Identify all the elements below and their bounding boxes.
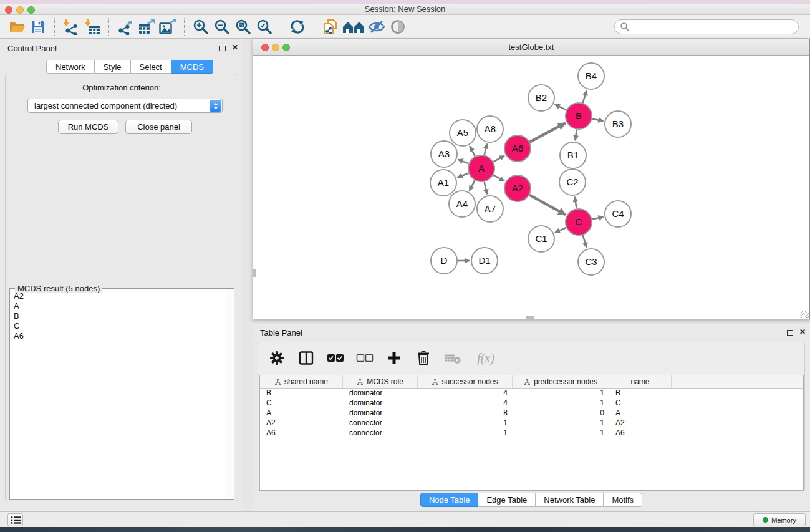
table-row[interactable]: A6connector11A6 — [260, 428, 803, 438]
network-node-B3[interactable] — [605, 111, 631, 137]
float-panel-icon[interactable] — [219, 46, 226, 51]
column-header-successor-nodes[interactable]: successor nodes — [418, 375, 513, 388]
deselect-all-button[interactable] — [356, 349, 374, 367]
table-cell[interactable]: 8 — [418, 409, 513, 418]
network-edge-B-B1[interactable] — [575, 130, 576, 140]
network-node-B1[interactable] — [560, 142, 586, 168]
mcds-result-item[interactable]: C — [10, 321, 226, 331]
network-node-A[interactable] — [468, 155, 494, 181]
column-header-name[interactable]: name — [609, 375, 672, 388]
save-session-button[interactable] — [27, 17, 49, 37]
zoom-in-button[interactable] — [190, 17, 211, 37]
zoom-out-button[interactable] — [211, 17, 233, 37]
import-table-button[interactable] — [82, 17, 103, 37]
tab-style[interactable]: Style — [95, 60, 131, 74]
table-row[interactable]: Adominator80A — [260, 409, 803, 418]
mcds-result-item[interactable]: B — [10, 311, 226, 321]
import-network-button[interactable] — [60, 17, 82, 37]
table-cell[interactable]: C — [260, 399, 343, 409]
table-cell[interactable]: connector — [343, 428, 418, 438]
table-cell[interactable]: dominator — [343, 389, 418, 399]
mcds-result-item[interactable]: A — [10, 301, 226, 311]
network-edge-A-A8[interactable] — [485, 143, 487, 155]
table-cell[interactable]: B — [609, 389, 672, 399]
tab-network[interactable]: Network — [46, 60, 95, 74]
memory-button[interactable]: Memory — [753, 513, 806, 526]
tab-network-table[interactable]: Network Table — [536, 493, 604, 507]
network-edge-B-B2[interactable] — [555, 104, 567, 110]
network-node-C4[interactable] — [605, 201, 631, 227]
table-cell[interactable]: B — [260, 389, 343, 399]
network-node-B4[interactable] — [578, 63, 604, 89]
table-cell[interactable]: connector — [343, 418, 418, 428]
zoom-selected-button[interactable] — [254, 17, 275, 37]
zoom-network-button[interactable] — [282, 44, 290, 51]
network-edge-A-A2[interactable] — [493, 175, 504, 181]
network-edge-C-C3[interactable] — [583, 235, 587, 248]
refresh-button[interactable] — [287, 17, 308, 37]
mcds-result-item[interactable]: A6 — [10, 331, 226, 341]
table-cell[interactable]: A2 — [609, 418, 672, 428]
table-cell[interactable]: 0 — [513, 409, 609, 418]
tab-motifs[interactable]: Motifs — [604, 493, 642, 507]
column-header-shared-name[interactable]: shared name — [260, 375, 343, 388]
column-header-MCDS-role[interactable]: MCDS role — [343, 375, 418, 388]
vertical-scrollbar-thumb[interactable] — [253, 269, 256, 277]
network-node-A5[interactable] — [450, 120, 476, 146]
criterion-select[interactable]: largest connected component (directed) — [27, 99, 223, 113]
search-input[interactable] — [614, 19, 799, 34]
table-cell[interactable]: 1 — [418, 428, 513, 438]
network-node-C[interactable] — [566, 209, 592, 235]
hide-panels-button[interactable] — [366, 17, 387, 37]
network-node-C2[interactable] — [559, 169, 586, 195]
network-node-A2[interactable] — [504, 175, 531, 201]
network-node-D1[interactable] — [471, 248, 498, 274]
show-panels-button[interactable] — [387, 17, 408, 37]
close-network-button[interactable] — [261, 44, 269, 51]
table-cell[interactable]: 4 — [418, 389, 513, 399]
mcds-result-item[interactable]: A2 — [10, 291, 226, 301]
run-mcds-button[interactable]: Run MCDS — [58, 120, 118, 134]
network-edge-A-A4[interactable] — [469, 180, 475, 191]
tab-mcds[interactable]: MCDS — [171, 60, 213, 74]
network-window-titlebar[interactable]: testGlobe.txt — [253, 39, 809, 56]
table-row[interactable]: Bdominator41B — [260, 389, 803, 399]
network-edge-C-C2[interactable] — [575, 197, 577, 209]
table-cell[interactable]: 1 — [513, 389, 609, 399]
minimize-network-button[interactable] — [272, 44, 279, 51]
network-node-A8[interactable] — [477, 116, 503, 142]
table-cell[interactable]: dominator — [343, 409, 418, 418]
network-node-A7[interactable] — [477, 196, 503, 222]
float-panel-icon[interactable] — [787, 330, 793, 336]
network-edge-A-A5[interactable] — [470, 146, 475, 156]
tab-select[interactable]: Select — [131, 60, 171, 74]
network-node-A6[interactable] — [504, 135, 531, 162]
table-cell[interactable]: 1 — [513, 418, 609, 428]
table-settings-button[interactable] — [268, 349, 286, 367]
network-edge-A-A1[interactable] — [457, 173, 468, 178]
network-edge-A-A3[interactable] — [458, 160, 468, 164]
minimize-window-button[interactable] — [16, 6, 24, 14]
zoom-fit-button[interactable] — [233, 17, 254, 37]
close-panel-icon[interactable]: ✕ — [799, 327, 806, 336]
network-edge-B-B3[interactable] — [592, 118, 604, 121]
network-edge-A-A6[interactable] — [493, 156, 504, 162]
network-node-A4[interactable] — [449, 191, 475, 217]
network-node-B[interactable] — [566, 103, 592, 129]
network-node-A1[interactable] — [430, 170, 456, 196]
table-row[interactable]: A2connector11A2 — [260, 418, 803, 428]
delete-column-button[interactable] — [415, 349, 432, 367]
export-table-button[interactable] — [136, 17, 157, 37]
horizontal-scrollbar-thumb[interactable] — [526, 316, 534, 319]
table-cell[interactable]: 1 — [513, 428, 609, 438]
scrollbar-track[interactable] — [226, 289, 233, 498]
create-column-button[interactable] — [385, 349, 403, 367]
fullscreen-window-button[interactable] — [27, 6, 35, 14]
network-edge-A-A7[interactable] — [485, 182, 487, 195]
network-canvas[interactable]: B4B2BB3A5A8A6B1A3AC2A1A2A4A7C4CC1C3DD1 — [253, 56, 809, 319]
delete-table-button[interactable] — [444, 349, 461, 367]
close-panel-button[interactable]: Close panel — [125, 120, 192, 134]
home-view-button[interactable] — [341, 17, 366, 37]
network-node-C3[interactable] — [578, 249, 604, 275]
table-cell[interactable]: C — [609, 399, 672, 409]
